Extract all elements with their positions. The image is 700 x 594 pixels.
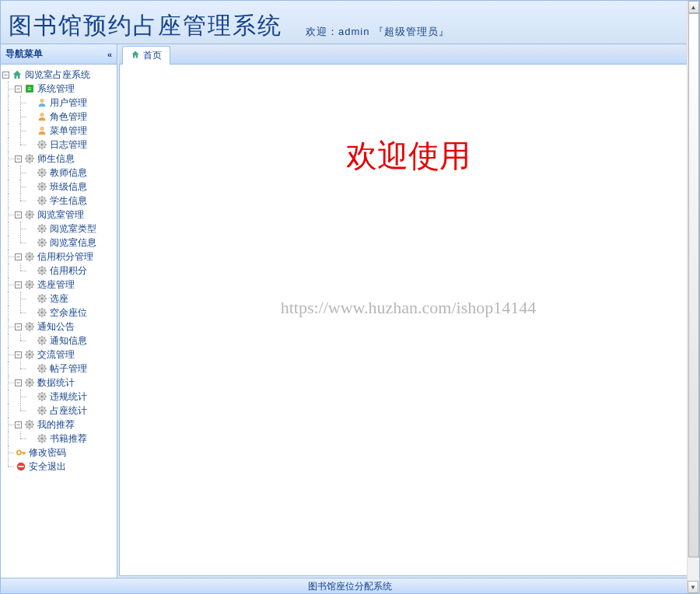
svg-line-51 — [39, 197, 40, 198]
svg-point-46 — [40, 199, 44, 202]
scroll-down-icon[interactable]: ▼ — [688, 581, 698, 593]
tree-node[interactable]: 角色管理 — [2, 110, 115, 124]
svg-line-192 — [44, 399, 45, 400]
tree-node[interactable]: 修改密码 — [2, 446, 115, 459]
tree-node[interactable]: −通知公告 — [2, 320, 115, 334]
app-header: 图书馆预约占座管理系统 欢迎：admin 『超级管理员』 — [1, 1, 699, 44]
tree-node[interactable]: −交流管理 — [2, 348, 115, 362]
tree-node[interactable]: 菜单管理 — [2, 124, 115, 138]
scroll-thumb[interactable] — [688, 13, 699, 557]
tree-node-label: 帖子管理 — [50, 362, 87, 376]
tree-collapse-icon[interactable]: − — [2, 72, 9, 79]
tree-node[interactable]: 班级信息 — [2, 180, 115, 194]
svg-line-101 — [39, 267, 40, 268]
svg-point-146 — [40, 339, 44, 342]
gear-icon — [36, 194, 48, 207]
tree-node-label: 选座 — [50, 292, 68, 306]
tree-root[interactable]: −阅览室占座系统 — [2, 68, 115, 82]
svg-line-23 — [32, 155, 33, 156]
tree-node-label: 日志管理 — [50, 138, 87, 152]
svg-point-6 — [40, 143, 44, 146]
nav-tree: −阅览室占座系统−≡系统管理用户管理角色管理菜单管理日志管理−师生信息教师信息班… — [1, 65, 117, 578]
svg-line-112 — [32, 287, 33, 288]
svg-line-113 — [32, 281, 33, 282]
svg-point-4 — [40, 127, 44, 131]
tree-node[interactable]: −信用积分管理 — [2, 250, 115, 264]
tree-collapse-icon[interactable]: − — [15, 323, 22, 330]
gear-icon — [36, 404, 48, 417]
tree-node[interactable]: −选座管理 — [2, 278, 115, 292]
tree-node[interactable]: 空余座位 — [2, 306, 115, 320]
svg-point-106 — [28, 283, 31, 286]
window-scrollbar[interactable]: ▲ ▼ — [687, 1, 699, 593]
gear-icon — [23, 208, 36, 221]
tree-node-label: 阅览室管理 — [37, 208, 84, 222]
svg-line-84 — [39, 245, 40, 246]
svg-line-173 — [44, 365, 45, 366]
svg-point-76 — [40, 241, 44, 244]
tree-node[interactable]: 阅览室信息 — [2, 236, 115, 250]
tree-node[interactable]: 安全退出 — [2, 459, 115, 473]
green-square-icon: ≡ — [23, 82, 36, 95]
tab-home-label: 首页 — [143, 49, 162, 62]
tree-node[interactable]: 用户管理 — [2, 96, 115, 110]
tree-collapse-icon[interactable]: − — [15, 281, 22, 288]
tree-node[interactable]: 书籍推荐 — [2, 432, 115, 446]
tree-node[interactable]: −我的推荐 — [2, 418, 115, 432]
svg-line-24 — [26, 161, 27, 162]
svg-point-116 — [40, 297, 44, 300]
home-icon — [131, 50, 140, 61]
welcome-heading: 欢迎使用 — [346, 135, 471, 177]
tree-node-label: 通知信息 — [50, 334, 87, 348]
tree-node-label: 班级信息 — [50, 180, 87, 194]
tree-collapse-icon[interactable]: − — [15, 253, 22, 260]
tree-collapse-icon[interactable]: − — [15, 379, 22, 386]
svg-line-134 — [39, 315, 40, 316]
tree-node[interactable]: 学生信息 — [2, 194, 115, 208]
svg-line-34 — [39, 175, 40, 176]
svg-line-11 — [39, 142, 40, 142]
tree-node-label: 学生信息 — [50, 194, 87, 208]
tree-node[interactable]: −≡系统管理 — [2, 82, 115, 96]
tree-collapse-icon[interactable]: − — [15, 211, 22, 218]
tree-node[interactable]: 占座统计 — [2, 404, 115, 418]
tree-collapse-icon[interactable]: − — [15, 351, 22, 358]
svg-line-111 — [26, 281, 27, 282]
svg-point-126 — [40, 311, 44, 314]
tree-node[interactable]: 通知信息 — [2, 334, 115, 348]
svg-line-91 — [26, 253, 27, 254]
svg-point-186 — [40, 395, 44, 398]
svg-line-204 — [39, 413, 40, 414]
tree-collapse-icon[interactable]: − — [15, 86, 22, 93]
svg-point-3 — [40, 113, 44, 117]
scroll-up-icon[interactable]: ▲ — [688, 1, 699, 13]
tree-node[interactable]: 阅览室类型 — [2, 222, 115, 236]
svg-line-12 — [44, 147, 45, 148]
sidebar-header: 导航菜单 « — [1, 44, 117, 65]
tree-node[interactable]: 违规统计 — [2, 390, 115, 404]
svg-point-176 — [28, 381, 31, 384]
svg-line-201 — [39, 407, 40, 408]
tree-node[interactable]: 教师信息 — [2, 166, 115, 180]
collapse-sidebar-icon[interactable]: « — [107, 50, 112, 59]
tree-node[interactable]: 选座 — [2, 292, 115, 306]
svg-line-143 — [32, 323, 33, 324]
tree-node[interactable]: 日志管理 — [2, 138, 115, 152]
tree-node[interactable]: −阅览室管理 — [2, 208, 115, 222]
svg-line-53 — [44, 197, 45, 198]
svg-line-73 — [44, 225, 45, 226]
tab-home[interactable]: 首页 — [122, 46, 170, 65]
svg-line-71 — [39, 225, 40, 226]
tree-collapse-icon[interactable]: − — [15, 155, 22, 162]
svg-line-153 — [44, 337, 45, 338]
svg-line-54 — [39, 203, 40, 204]
svg-point-96 — [40, 269, 44, 272]
svg-line-132 — [44, 315, 45, 316]
tree-node[interactable]: 帖子管理 — [2, 362, 115, 376]
gear-icon — [23, 418, 36, 431]
tree-collapse-icon[interactable]: − — [15, 421, 22, 428]
tree-node[interactable]: −师生信息 — [2, 152, 115, 166]
tree-node[interactable]: −数据统计 — [2, 376, 115, 390]
tree-node-label: 角色管理 — [50, 110, 87, 124]
tree-node[interactable]: 信用积分 — [2, 264, 115, 278]
